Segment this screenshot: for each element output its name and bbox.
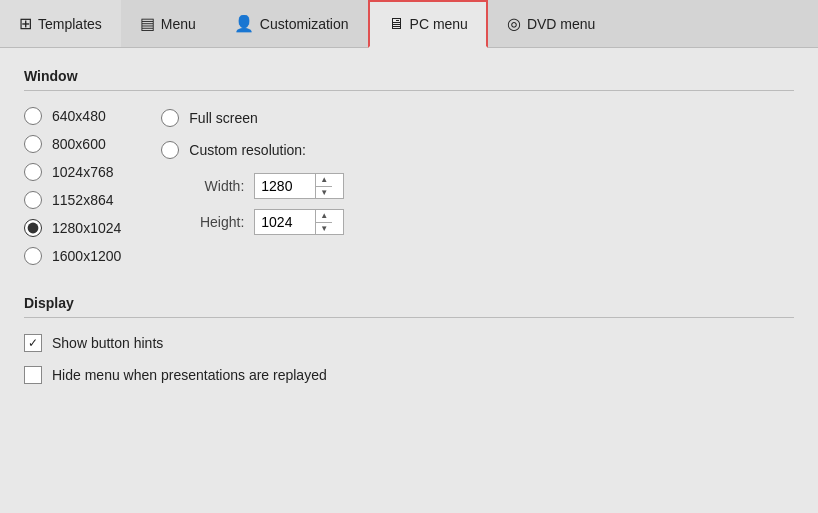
width-label: Width: [189,178,244,194]
radio-fullscreen-input[interactable] [161,109,179,127]
width-arrows: ▲ ▼ [315,174,332,198]
menu-icon: ▤ [140,14,155,33]
customization-icon: 👤 [234,14,254,33]
radio-1024x768[interactable] [24,163,42,181]
window-section-title: Window [24,68,794,84]
width-row: Width: ▲ ▼ [189,173,344,199]
radio-800x600[interactable] [24,135,42,153]
resolution-800x600[interactable]: 800x600 [24,135,121,153]
hide-menu-label: Hide menu when presentations are replaye… [52,367,327,383]
resolution-radio-group: 640x480 800x600 1024x768 1152x864 1280x1… [24,107,121,265]
resolution-1152x864[interactable]: 1152x864 [24,191,121,209]
dvd-menu-icon: ◎ [507,14,521,33]
show-hints-checkbox-item[interactable]: ✓ Show button hints [24,334,794,352]
resolution-1280x1024[interactable]: 1280x1024 [24,219,121,237]
radio-1600x1200[interactable] [24,247,42,265]
resolution-1024x768[interactable]: 1024x768 [24,163,121,181]
resolution-640x480[interactable]: 640x480 [24,107,121,125]
resolution-1600x1200-label: 1600x1200 [52,248,121,264]
window-divider [24,90,794,91]
height-spinbox[interactable]: ▲ ▼ [254,209,344,235]
height-arrows: ▲ ▼ [315,210,332,234]
height-up-arrow[interactable]: ▲ [316,210,332,223]
templates-icon: ⊞ [19,14,32,33]
content-area: Window 640x480 800x600 1024x768 1152x864 [0,48,818,418]
tab-menu[interactable]: ▤ Menu [121,0,215,47]
tab-bar: ⊞ Templates ▤ Menu 👤 Customization 🖥 PC … [0,0,818,48]
height-label: Height: [189,214,244,230]
hide-menu-checkbox-item[interactable]: Hide menu when presentations are replaye… [24,366,794,384]
right-options-col: Full screen Custom resolution: Width: ▲ … [161,107,344,265]
radio-custom[interactable]: Custom resolution: [161,141,344,159]
show-hints-label: Show button hints [52,335,163,351]
display-section-title: Display [24,295,794,311]
tab-menu-label: Menu [161,16,196,32]
radio-1152x864[interactable] [24,191,42,209]
height-row: Height: ▲ ▼ [189,209,344,235]
tab-customization-label: Customization [260,16,349,32]
resolution-1024x768-label: 1024x768 [52,164,114,180]
width-down-arrow[interactable]: ▼ [316,187,332,199]
resolution-800x600-label: 800x600 [52,136,106,152]
resolution-1600x1200[interactable]: 1600x1200 [24,247,121,265]
tab-dvd-menu-label: DVD menu [527,16,595,32]
fullscreen-label: Full screen [189,110,257,126]
radio-640x480[interactable] [24,107,42,125]
tab-customization[interactable]: 👤 Customization [215,0,368,47]
pc-menu-icon: 🖥 [388,15,404,33]
show-hints-checkbox[interactable]: ✓ [24,334,42,352]
tab-pc-menu-label: PC menu [410,16,468,32]
tab-dvd-menu[interactable]: ◎ DVD menu [488,0,614,47]
tab-templates[interactable]: ⊞ Templates [0,0,121,47]
height-input[interactable] [255,212,315,232]
display-section: Display ✓ Show button hints Hide menu wh… [24,295,794,384]
resolution-1152x864-label: 1152x864 [52,192,114,208]
custom-resolution-label: Custom resolution: [189,142,306,158]
hide-menu-checkbox[interactable] [24,366,42,384]
radio-1280x1024[interactable] [24,219,42,237]
width-input[interactable] [255,176,315,196]
width-spinbox[interactable]: ▲ ▼ [254,173,344,199]
radio-fullscreen[interactable]: Full screen [161,109,344,127]
window-section: 640x480 800x600 1024x768 1152x864 1280x1… [24,107,794,265]
radio-custom-input[interactable] [161,141,179,159]
display-divider [24,317,794,318]
width-up-arrow[interactable]: ▲ [316,174,332,187]
height-down-arrow[interactable]: ▼ [316,223,332,235]
tab-templates-label: Templates [38,16,102,32]
resolution-640x480-label: 640x480 [52,108,106,124]
resolution-1280x1024-label: 1280x1024 [52,220,121,236]
tab-pc-menu[interactable]: 🖥 PC menu [368,0,488,48]
